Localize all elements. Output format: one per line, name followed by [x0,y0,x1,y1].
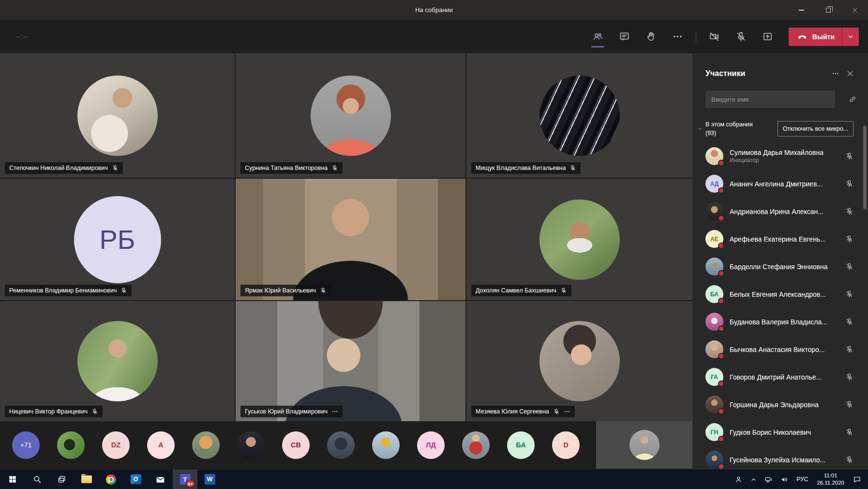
video-tile[interactable]: Степочкин Николай Владимирович [0,53,235,178]
participant-avatar[interactable] [327,431,355,459]
word-button[interactable]: W [197,470,222,489]
people-tray-button[interactable] [731,470,747,489]
participant-name: Гусейнова Зулейха Исмаило... [730,456,840,464]
minimize-button[interactable] [788,0,815,20]
action-center-button[interactable] [849,470,865,489]
presence-busy-dot [718,270,724,276]
participant-row[interactable]: Горшина Дарья Эльдаровна [705,391,868,418]
hidden-icons-button[interactable] [747,470,761,489]
participants-button[interactable] [584,26,611,48]
avatar [705,147,723,165]
participant-row[interactable]: АД Ананич Ангелина Дмитриев... [705,170,868,198]
video-grid: Степочкин Николай Владимирович Сурнина Т… [0,53,692,421]
task-view-button[interactable] [49,470,74,489]
panel-header: Участники [705,68,868,79]
panel-more-button[interactable] [828,68,843,79]
outlook-button[interactable]: O [123,470,148,489]
participant-row[interactable]: Барделли Стефания Энниовна [705,253,868,280]
participant-name: Горшина Дарья Эльдаровна [730,401,840,409]
more-icon [331,408,338,415]
mic-off-icon [569,165,576,171]
panel-title: Участники [705,69,828,78]
start-button[interactable] [0,470,25,489]
network-button[interactable] [761,470,777,489]
more-icon [564,408,570,415]
teams-button[interactable]: T 9+ [173,470,197,489]
people-icon [592,31,603,42]
presence-busy-dot [718,353,724,359]
participants-panel: Участники В этом собрании (93) Отключить… [692,53,868,470]
presence-busy-dot [718,187,724,194]
avatar-initials: БА [710,291,718,298]
language-indicator[interactable]: РУС [793,470,812,489]
mic-off-icon [845,180,853,188]
mic-off-icon [331,165,338,171]
video-tile[interactable]: Ницевич Виктор Францевич [0,301,235,421]
close-button[interactable] [841,0,868,20]
mic-off-icon [91,408,98,415]
participant-row[interactable]: Сулимова Дарья Михайловна Инициатор [705,142,868,170]
video-tile[interactable]: РБ Ременников Владимир Бениаминович [0,179,235,300]
mute-all-button[interactable]: Отключить все микро... [778,121,853,137]
participant-initials-avatar[interactable]: A [147,431,175,459]
participant-name: Ананич Ангелина Дмитриев... [730,180,840,188]
volume-button[interactable] [777,470,793,489]
participant-row[interactable]: АЕ Арефьева Екатерина Евгень... [705,225,868,253]
participant-row[interactable]: ГН Гудков Борис Николаевич [705,418,868,446]
participant-row[interactable]: Гусейнова Зулейха Исмаило... [705,446,868,470]
mail-button[interactable] [148,470,173,489]
video-tile[interactable]: Сурнина Татьяна Викторовна [236,53,465,178]
participant-initials-avatar[interactable]: D [552,431,580,459]
link-icon [848,94,857,104]
search-input[interactable] [705,91,835,108]
participant-row[interactable]: Буданова Валерия Владисла... [705,308,868,336]
camera-toggle-button[interactable] [701,26,728,48]
tray-time: 11:01 [824,472,838,479]
video-tile[interactable]: Ярмак Юрий Васильевич [236,179,465,300]
taskbar-search-button[interactable] [25,470,49,489]
collapse-section-button[interactable] [697,126,705,132]
video-tile[interactable]: Дохолян Самвел Бахшиевич [466,179,692,300]
more-actions-button[interactable] [664,26,691,48]
participant-row[interactable]: Андрианова Ирина Алексан... [705,198,868,225]
copy-link-button[interactable] [848,94,857,104]
participant-initials-avatar[interactable]: СВ [282,431,310,459]
file-explorer-button[interactable] [74,470,99,489]
participant-initials-avatar[interactable]: ЛД [417,431,445,459]
live-video-feed [236,179,465,300]
participant-photo-avatar [311,76,391,156]
mic-off-icon [735,31,747,42]
panel-scrollbar-thumb[interactable] [863,126,867,209]
self-view-tile[interactable] [596,421,692,469]
participant-row[interactable]: Бычкова Анастасия Викторо... [705,336,868,363]
video-tile[interactable]: Гуськов Юрий Владимирович [236,301,465,421]
participant-avatar[interactable] [372,431,400,459]
video-tile[interactable]: Мезяева Юлия Сергеевна [466,301,692,421]
participant-avatar[interactable] [237,431,265,459]
chevron-down-icon [847,33,854,40]
leave-options-button[interactable] [842,28,859,46]
participant-row[interactable]: ГА Говоров Дмитрий Анатолье... [705,363,868,391]
avatar [705,202,723,220]
raise-hand-button[interactable] [638,26,664,48]
share-screen-button[interactable] [754,26,781,48]
participant-initials-avatar[interactable]: БА [507,431,535,459]
mic-toggle-button[interactable] [728,26,754,48]
clock[interactable]: 11:01 26.11.2020 [812,470,849,489]
participant-avatar[interactable] [57,431,85,459]
participant-name: Степочкин Николай Владимирович [9,165,108,171]
participant-initials-avatar[interactable]: DZ [102,431,130,459]
overflow-count-avatar[interactable]: +71 [12,431,40,459]
restore-button[interactable] [815,0,841,20]
video-tile[interactable]: Мищук Владислава Витальевна [466,53,692,178]
participant-row[interactable]: БА Белых Евгения Александров... [705,280,868,308]
participant-avatar[interactable] [462,431,490,459]
restore-icon [826,8,831,13]
chrome-button[interactable] [99,470,123,489]
chat-button[interactable] [611,26,638,48]
mic-off-icon [845,207,853,215]
panel-close-button[interactable] [843,68,857,79]
participant-avatar[interactable] [192,431,220,459]
leave-button[interactable]: Выйти [789,28,859,46]
presence-busy-dot [718,463,724,470]
